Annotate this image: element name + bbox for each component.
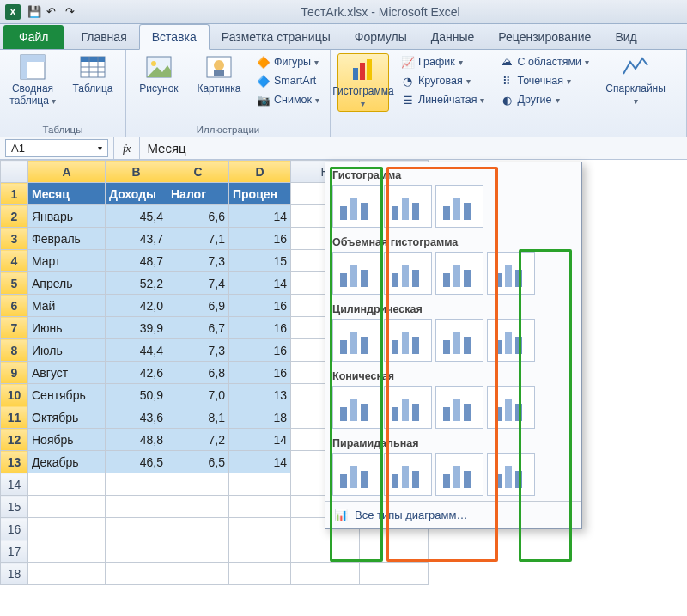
cell[interactable]: Налог (167, 183, 229, 205)
tab-file[interactable]: Файл (3, 25, 64, 49)
save-icon[interactable]: 💾 (27, 5, 41, 19)
fx-icon[interactable]: fx (113, 137, 140, 159)
cell[interactable] (229, 496, 291, 518)
row-header[interactable]: 13 (1, 451, 28, 473)
histogram-button[interactable]: Гистограмма (337, 53, 389, 112)
cell[interactable] (106, 473, 167, 496)
undo-icon[interactable]: ↶ (46, 5, 60, 19)
cell[interactable]: 6,5 (167, 451, 229, 473)
cell[interactable] (28, 496, 106, 518)
cell[interactable]: 7,3 (167, 339, 229, 362)
cell[interactable] (360, 540, 429, 563)
clipart-button[interactable]: Картинка (193, 53, 245, 95)
cell[interactable] (229, 518, 291, 540)
cell[interactable]: 13 (229, 384, 291, 406)
tab-insert[interactable]: Вставка (139, 24, 210, 50)
chart-option[interactable] (384, 185, 432, 228)
cell[interactable]: 45,4 (106, 205, 167, 228)
pie-chart-button[interactable]: ◔Круговая (398, 72, 489, 89)
cell[interactable] (167, 540, 229, 563)
chart-option[interactable] (435, 319, 483, 362)
cell[interactable]: 14 (229, 451, 291, 473)
row-header[interactable]: 9 (1, 362, 28, 384)
row-header[interactable]: 6 (1, 295, 28, 317)
cell[interactable] (167, 518, 229, 540)
cell[interactable]: 8,1 (167, 406, 229, 429)
cell[interactable]: 7,2 (167, 429, 229, 451)
cell[interactable]: 7,1 (167, 228, 229, 250)
cell[interactable]: 42,6 (106, 362, 167, 384)
chart-option[interactable] (435, 386, 483, 429)
other-charts-button[interactable]: ◐Другие (496, 91, 593, 108)
cell[interactable] (360, 563, 429, 585)
tab-review[interactable]: Рецензирование (486, 25, 603, 49)
chart-option[interactable] (435, 453, 483, 496)
tab-home[interactable]: Главная (69, 25, 138, 49)
col-header-C[interactable]: C (167, 161, 229, 183)
select-all-corner[interactable] (1, 161, 28, 183)
screenshot-button[interactable]: 📷Снимок (253, 91, 323, 108)
cell[interactable]: Процен (229, 183, 291, 205)
cell[interactable] (28, 563, 106, 585)
cell[interactable]: 6,7 (167, 317, 229, 339)
row-header[interactable]: 5 (1, 272, 28, 295)
cell[interactable]: Сентябрь (28, 384, 106, 406)
pivot-table-button[interactable]: Сводная таблица (7, 53, 58, 107)
chart-option[interactable] (435, 185, 483, 228)
tab-view[interactable]: Вид (603, 25, 648, 49)
cell[interactable] (106, 496, 167, 518)
cell[interactable]: 50,9 (106, 384, 167, 406)
cell[interactable]: 48,8 (106, 429, 167, 451)
chart-option[interactable] (332, 319, 380, 362)
area-chart-button[interactable]: ⛰С областями (496, 53, 593, 70)
cell[interactable]: 14 (229, 272, 291, 295)
chart-option[interactable] (384, 319, 432, 362)
sparklines-button[interactable]: Спарклайны (610, 53, 661, 107)
cell[interactable]: Май (28, 295, 106, 317)
tab-formulas[interactable]: Формулы (343, 25, 419, 49)
row-header[interactable]: 11 (1, 406, 28, 429)
row-header[interactable]: 16 (1, 518, 28, 540)
cell[interactable]: 15 (229, 250, 291, 272)
col-header-A[interactable]: A (28, 161, 106, 183)
col-header-B[interactable]: B (106, 161, 167, 183)
cell[interactable] (167, 496, 229, 518)
cell[interactable]: 6,8 (167, 362, 229, 384)
cell[interactable]: 7,4 (167, 272, 229, 295)
cell[interactable] (106, 563, 167, 585)
cell[interactable]: Доходы (106, 183, 167, 205)
row-header[interactable]: 17 (1, 540, 28, 563)
cell[interactable]: Декабрь (28, 451, 106, 473)
all-chart-types-button[interactable]: 📊 Все типы диаграмм… (325, 501, 581, 528)
cell[interactable]: 18 (229, 406, 291, 429)
chart-option[interactable] (487, 386, 535, 429)
cell[interactable]: Март (28, 250, 106, 272)
row-header[interactable]: 7 (1, 317, 28, 339)
cell[interactable]: 16 (229, 339, 291, 362)
cell[interactable]: Ноябрь (28, 429, 106, 451)
cell[interactable]: 16 (229, 228, 291, 250)
row-header[interactable]: 12 (1, 429, 28, 451)
cell[interactable]: 42,0 (106, 295, 167, 317)
cell[interactable]: Июнь (28, 317, 106, 339)
chart-option[interactable] (384, 252, 432, 295)
row-header[interactable]: 14 (1, 473, 28, 496)
cell[interactable]: 14 (229, 205, 291, 228)
cell[interactable] (106, 540, 167, 563)
cell[interactable]: 43,6 (106, 406, 167, 429)
chart-option[interactable] (332, 386, 380, 429)
chart-option[interactable] (487, 252, 535, 295)
name-box[interactable]: A1▾ (5, 139, 108, 157)
cell[interactable]: 7,0 (167, 384, 229, 406)
cell[interactable]: 16 (229, 362, 291, 384)
cell[interactable]: Месяц (28, 183, 106, 205)
row-header[interactable]: 10 (1, 384, 28, 406)
cell[interactable]: Октябрь (28, 406, 106, 429)
tab-page-layout[interactable]: Разметка страницы (210, 25, 343, 49)
table-button[interactable]: Таблица (67, 53, 119, 95)
cell[interactable] (28, 473, 106, 496)
cell[interactable]: 52,2 (106, 272, 167, 295)
row-header[interactable]: 18 (1, 563, 28, 585)
cell[interactable]: 16 (229, 295, 291, 317)
cell[interactable]: 46,5 (106, 451, 167, 473)
